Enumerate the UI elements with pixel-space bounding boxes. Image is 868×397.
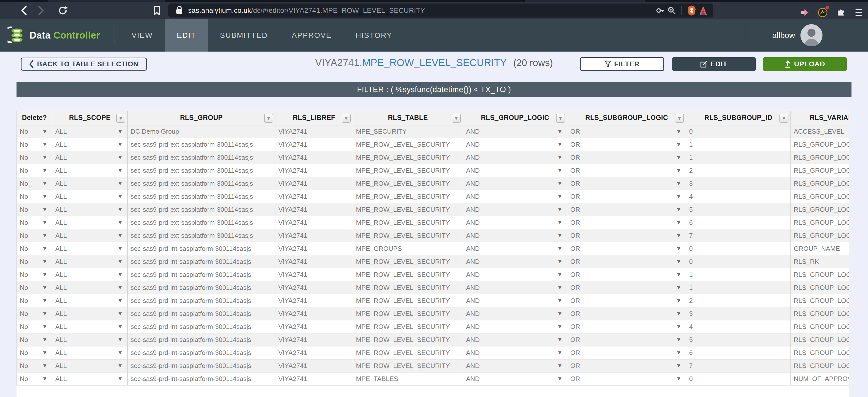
column-filter-icon[interactable]: ▼: [264, 114, 273, 123]
column-filter-icon[interactable]: ▼: [452, 114, 461, 123]
cell-rls-group-logic[interactable]: AND▼: [463, 346, 567, 359]
cell-delete-[interactable]: No▼: [17, 255, 52, 268]
cell-rls-subgroup-logic[interactable]: OR▼: [567, 138, 686, 151]
cell-rls-group-logic[interactable]: AND▼: [463, 320, 567, 333]
cell-rls-scope[interactable]: ALL▼: [52, 177, 128, 190]
cell-delete-[interactable]: No▼: [17, 242, 52, 255]
column-header-rls-variable-nm[interactable]: RLS_VARIABLE_NM▼: [791, 111, 849, 125]
cell-rls-scope[interactable]: ALL▼: [52, 346, 128, 359]
column-header-rls-table[interactable]: RLS_TABLE▼: [353, 111, 463, 125]
cell-delete-[interactable]: No▼: [17, 346, 52, 359]
extension-pin-icon[interactable]: [799, 7, 810, 18]
cell-rls-scope[interactable]: ALL▼: [52, 320, 128, 333]
tab-approve[interactable]: APPROVE: [280, 19, 343, 52]
cell-rls-subgroup-logic[interactable]: OR▼: [567, 190, 686, 203]
cell-delete-[interactable]: No▼: [17, 307, 52, 320]
edit-button[interactable]: EDIT: [672, 57, 756, 71]
column-header-delete-[interactable]: Delete?: [17, 111, 52, 125]
url-bar[interactable]: sas.analytium.co.uk/dc/#/editor/VIYA2741…: [168, 3, 713, 18]
cell-rls-scope[interactable]: ALL▼: [52, 229, 128, 242]
cell-delete-[interactable]: No▼: [17, 164, 52, 177]
cell-rls-subgroup-logic[interactable]: OR▼: [567, 125, 686, 138]
cell-delete-[interactable]: No▼: [17, 125, 52, 138]
puzzle-icon[interactable]: [835, 7, 846, 18]
tab-edit[interactable]: EDIT: [165, 19, 208, 52]
cell-rls-group-logic[interactable]: AND▼: [463, 255, 567, 268]
column-header-rls-group-logic[interactable]: RLS_GROUP_LOGIC▼: [463, 111, 567, 125]
cell-rls-scope[interactable]: ALL▼: [52, 203, 128, 216]
column-header-rls-libref[interactable]: RLS_LIBREF▼: [275, 111, 353, 125]
title-table-name[interactable]: MPE_ROW_LEVEL_SECURITY: [362, 57, 507, 68]
column-header-rls-subgroup-logic[interactable]: RLS_SUBGROUP_LOGIC▼: [567, 111, 686, 125]
tab-view[interactable]: VIEW: [120, 19, 165, 52]
cell-rls-scope[interactable]: ALL▼: [52, 242, 128, 255]
key-icon[interactable]: [654, 5, 666, 16]
filter-button[interactable]: FILTER: [580, 57, 664, 71]
cell-rls-group-logic[interactable]: AND▼: [463, 359, 567, 372]
cell-rls-subgroup-logic[interactable]: OR▼: [567, 372, 686, 385]
cell-rls-subgroup-logic[interactable]: OR▼: [567, 151, 686, 164]
cell-rls-scope[interactable]: ALL▼: [52, 190, 128, 203]
cell-rls-group-logic[interactable]: AND▼: [463, 229, 567, 242]
cell-delete-[interactable]: No▼: [17, 294, 52, 307]
cell-rls-group-logic[interactable]: AND▼: [463, 294, 567, 307]
cell-rls-scope[interactable]: ALL▼: [52, 372, 128, 385]
cell-rls-group-logic[interactable]: AND▼: [463, 125, 567, 138]
cell-rls-group-logic[interactable]: AND▼: [463, 216, 567, 229]
tab-history[interactable]: HISTORY: [343, 19, 404, 52]
tab-submitted[interactable]: SUBMITTED: [208, 19, 280, 52]
zoom-icon[interactable]: [666, 5, 677, 16]
cell-delete-[interactable]: No▼: [17, 203, 52, 216]
avatar[interactable]: [801, 24, 823, 46]
cell-delete-[interactable]: No▼: [17, 151, 52, 164]
cell-rls-subgroup-logic[interactable]: OR▼: [567, 177, 686, 190]
cell-rls-group-logic[interactable]: AND▼: [463, 151, 567, 164]
cell-rls-group-logic[interactable]: AND▼: [463, 333, 567, 346]
cell-rls-scope[interactable]: ALL▼: [52, 281, 128, 294]
cell-rls-subgroup-logic[interactable]: OR▼: [567, 294, 686, 307]
cell-delete-[interactable]: No▼: [17, 359, 52, 372]
cell-rls-subgroup-logic[interactable]: OR▼: [567, 307, 686, 320]
cell-rls-scope[interactable]: ALL▼: [52, 307, 128, 320]
cell-rls-group-logic[interactable]: AND▼: [463, 203, 567, 216]
cell-delete-[interactable]: No▼: [17, 229, 52, 242]
cell-delete-[interactable]: No▼: [17, 320, 52, 333]
cell-delete-[interactable]: No▼: [17, 372, 52, 385]
shield-triangle-icon[interactable]: [698, 5, 709, 16]
column-filter-icon[interactable]: ▼: [556, 114, 565, 123]
cell-rls-subgroup-logic[interactable]: OR▼: [567, 281, 686, 294]
cell-rls-scope[interactable]: ALL▼: [52, 268, 128, 281]
upload-button[interactable]: UPLOAD: [763, 57, 847, 71]
brave-icon[interactable]: [686, 5, 698, 16]
cell-rls-subgroup-logic[interactable]: OR▼: [567, 229, 686, 242]
cell-rls-group-logic[interactable]: AND▼: [463, 307, 567, 320]
cell-rls-subgroup-logic[interactable]: OR▼: [567, 203, 686, 216]
cell-rls-subgroup-logic[interactable]: OR▼: [567, 164, 686, 177]
cell-rls-scope[interactable]: ALL▼: [52, 216, 128, 229]
cell-rls-subgroup-logic[interactable]: OR▼: [567, 359, 686, 372]
column-filter-icon[interactable]: ▼: [342, 114, 351, 123]
extension-badge-icon[interactable]: [817, 7, 829, 18]
cell-rls-group-logic[interactable]: AND▼: [463, 281, 567, 294]
column-header-rls-scope[interactable]: RLS_SCOPE▼: [52, 111, 128, 125]
cell-rls-scope[interactable]: ALL▼: [52, 125, 128, 138]
cell-rls-subgroup-logic[interactable]: OR▼: [567, 346, 686, 359]
back-icon[interactable]: [18, 5, 30, 16]
cell-rls-scope[interactable]: ALL▼: [52, 138, 128, 151]
cell-rls-subgroup-logic[interactable]: OR▼: [567, 333, 686, 346]
cell-rls-subgroup-logic[interactable]: OR▼: [567, 242, 686, 255]
cell-delete-[interactable]: No▼: [17, 268, 52, 281]
cell-rls-group-logic[interactable]: AND▼: [463, 164, 567, 177]
back-to-table-selection-button[interactable]: BACK TO TABLE SELECTION: [21, 58, 147, 70]
cell-rls-group-logic[interactable]: AND▼: [463, 242, 567, 255]
cell-delete-[interactable]: No▼: [17, 281, 52, 294]
cell-rls-group-logic[interactable]: AND▼: [463, 372, 567, 385]
forward-icon[interactable]: [35, 5, 46, 16]
cell-delete-[interactable]: No▼: [17, 190, 52, 203]
cell-rls-scope[interactable]: ALL▼: [52, 333, 128, 346]
column-header-rls-group[interactable]: RLS_GROUP▼: [128, 111, 275, 125]
cell-delete-[interactable]: No▼: [17, 333, 52, 346]
column-filter-icon[interactable]: ▼: [116, 114, 125, 123]
username[interactable]: allbow: [772, 31, 795, 40]
cell-rls-scope[interactable]: ALL▼: [52, 294, 128, 307]
